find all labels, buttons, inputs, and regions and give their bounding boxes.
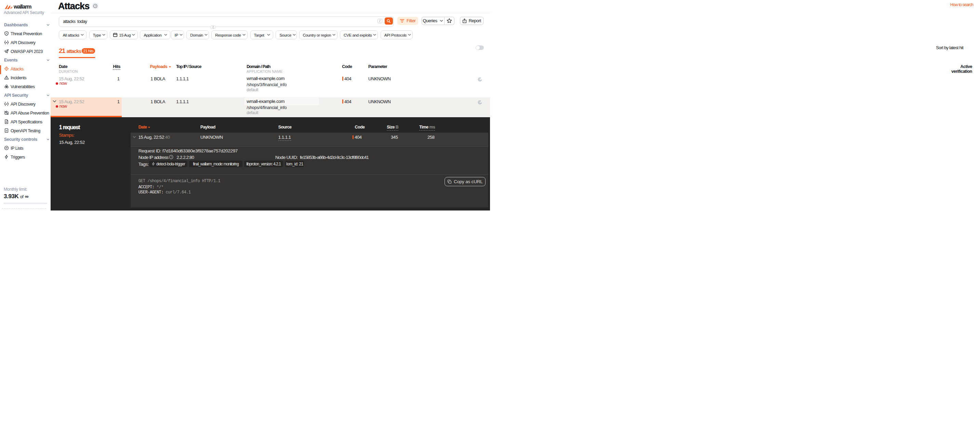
svg-text:IP: IP	[5, 147, 8, 149]
svg-text:?: ?	[170, 156, 172, 159]
svg-text:?: ?	[94, 5, 96, 8]
